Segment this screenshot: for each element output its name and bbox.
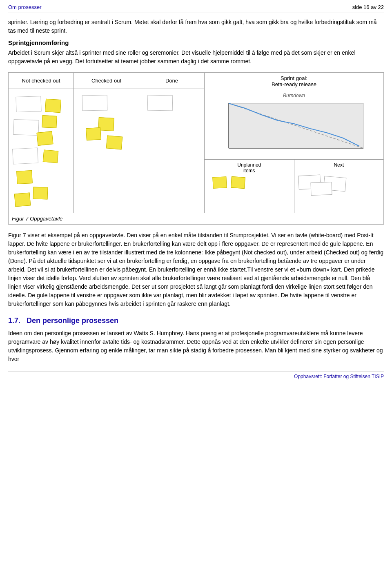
yellow-sticky-6 <box>33 187 48 199</box>
figure-grid: Not checked out Checked out <box>9 73 383 213</box>
section-17-heading: 1.7. Den personlige prosessen <box>8 316 384 325</box>
col-header-checked-out: Checked out <box>74 73 139 89</box>
sprint-goal-header: Sprint goal:Beta-ready release <box>205 73 383 90</box>
next-label: Next <box>297 162 381 168</box>
burndown-label: Burndown <box>206 92 382 99</box>
paragraph-1: sprinter. Læring og forbedring er sentra… <box>8 18 384 35</box>
col-body-done <box>139 89 204 212</box>
footer-text: Opphavsrett: Forfatter og Stiftelsen TIS… <box>294 374 384 379</box>
footer-bar: Opphavsrett: Forfatter og Stiftelsen TIS… <box>8 372 384 379</box>
yellow-sticky-3 <box>36 131 53 146</box>
yellow-unplanned-1 <box>212 176 227 189</box>
col-body-checked-out <box>74 89 139 212</box>
white-sticky-2 <box>13 119 39 136</box>
figure-7: Not checked out Checked out <box>8 72 384 225</box>
col-header-done: Done <box>139 73 204 89</box>
yellow-sticky-1 <box>45 99 61 113</box>
right-panel: Sprint goal:Beta-ready release Burndown <box>205 73 383 213</box>
yellow-sticky-2 <box>42 115 57 128</box>
yellow-unplanned-2 <box>231 176 245 189</box>
white-next-3 <box>310 182 332 196</box>
col-not-checked-out: Not checked out <box>9 73 74 213</box>
yellow-sticky-5 <box>16 170 33 184</box>
section-17-title: Den personlige prosessen <box>27 316 118 325</box>
next-col: Next <box>294 160 384 213</box>
paragraph-2: Arbeidet i Scrum skjer altså i sprinter … <box>8 49 384 66</box>
section-heading-sprintgjennomforing: Sprintgjennomføring <box>8 39 384 46</box>
unplanned-next-area: Unplanneditems Next <box>205 160 383 213</box>
col-header-not-checked-out: Not checked out <box>9 73 74 89</box>
white-sticky-checked-1 <box>82 95 108 111</box>
paragraph-4: Ideen om den personlige prosessen er lan… <box>8 329 384 363</box>
burndown-chart <box>206 99 382 156</box>
white-sticky-3 <box>12 147 38 164</box>
white-sticky-1 <box>16 96 41 112</box>
unplanned-col: Unplanneditems <box>205 160 294 213</box>
yellow-checked-2 <box>86 127 101 140</box>
header-link[interactable]: Om prosesser <box>8 4 42 10</box>
page-number: side 16 av 22 <box>352 4 384 10</box>
yellow-sticky-7 <box>14 192 31 207</box>
section-17-number: 1.7. <box>8 316 20 325</box>
paragraph-3: Figur 7 viser et eksempel på en oppgavet… <box>8 231 384 308</box>
white-sticky-done-1 <box>147 95 173 111</box>
section-17: 1.7. Den personlige prosessen Ideen om d… <box>8 316 384 363</box>
col-checked-out: Checked out <box>74 73 139 213</box>
sprint-goal-text: Sprint goal:Beta-ready release <box>272 75 316 87</box>
yellow-checked-3 <box>106 135 123 149</box>
col-sprint-goal: Sprint goal:Beta-ready release Burndown <box>205 73 383 213</box>
figure-caption: Figur 7 Oppgavetavle <box>9 213 383 224</box>
header-bar: Om prosesser side 16 av 22 <box>8 4 384 13</box>
burndown-area: Burndown <box>205 90 383 160</box>
unplanned-label: Unplanneditems <box>207 162 292 174</box>
col-done: Done <box>139 73 205 213</box>
yellow-sticky-4 <box>43 149 58 163</box>
col-body-not-checked-out <box>9 89 74 212</box>
